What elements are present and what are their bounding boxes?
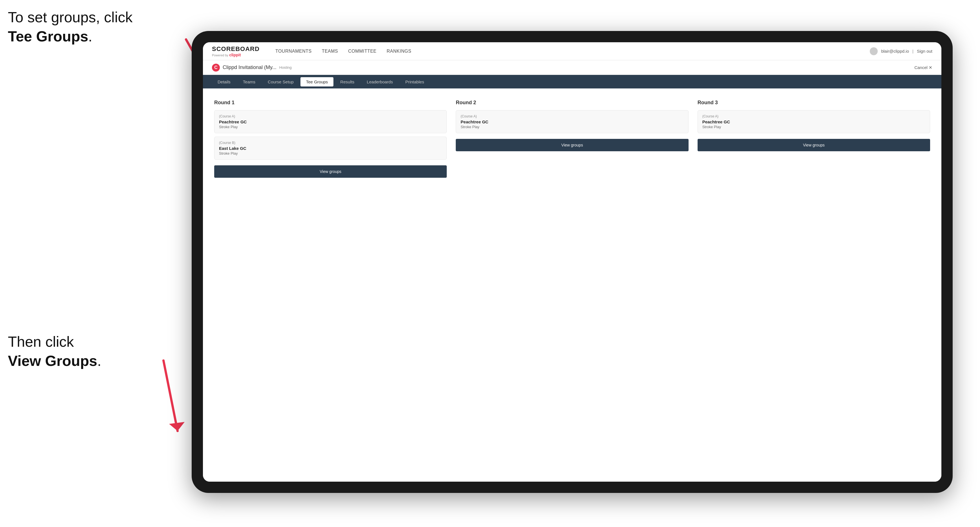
tournament-name: Clippd Invitational (My... xyxy=(223,65,277,70)
round-2-view-groups-button[interactable]: View groups xyxy=(456,139,688,151)
round-1-course-a-type: Stroke Play xyxy=(219,125,442,129)
tab-course-setup[interactable]: Course Setup xyxy=(262,77,299,86)
main-content: Round 1 (Course A) Peachtree GC Stroke P… xyxy=(203,89,942,482)
logo-text: SCOREBOARD xyxy=(212,45,259,53)
instruction-bottom: Then click View Groups. xyxy=(8,332,101,370)
cancel-button[interactable]: Cancel ✕ xyxy=(914,65,932,70)
round-2-column: Round 2 (Course A) Peachtree GC Stroke P… xyxy=(456,100,688,178)
round-1-column: Round 1 (Course A) Peachtree GC Stroke P… xyxy=(214,100,447,178)
round-3-column: Round 3 (Course A) Peachtree GC Stroke P… xyxy=(698,100,930,178)
round-2-course-a-label: (Course A) xyxy=(461,114,684,118)
sub-nav: Details Teams Course Setup Tee Groups Re… xyxy=(203,75,942,89)
tournament-title: C Clippd Invitational (My... Hosting xyxy=(212,63,292,71)
round-1-course-b: (Course B) East Lake GC Stroke Play xyxy=(214,137,447,160)
round-1-view-groups-button[interactable]: View groups xyxy=(214,165,447,178)
round-1-course-a: (Course A) Peachtree GC Stroke Play xyxy=(214,110,447,133)
nav-committee[interactable]: COMMITTEE xyxy=(348,49,377,54)
user-email: blair@clippd.io xyxy=(881,49,909,54)
tournament-c-icon: C xyxy=(212,63,220,71)
round-1-course-a-label: (Course A) xyxy=(219,114,442,118)
nav-tournaments[interactable]: TOURNAMENTS xyxy=(275,49,312,54)
rounds-grid: Round 1 (Course A) Peachtree GC Stroke P… xyxy=(214,100,930,178)
tablet-device: SCOREBOARD Powered by clippit TOURNAMENT… xyxy=(192,31,953,493)
tab-teams[interactable]: Teams xyxy=(237,77,261,86)
instruction-top-suffix: . xyxy=(88,28,92,44)
nav-rankings[interactable]: RANKINGS xyxy=(387,49,412,54)
nav-items: TOURNAMENTS TEAMS COMMITTEE RANKINGS xyxy=(275,49,859,54)
instruction-top-line1: To set groups, click xyxy=(8,9,132,25)
logo-c-letter: clippit xyxy=(229,53,241,57)
round-2-course-a-type: Stroke Play xyxy=(461,125,684,129)
tab-details[interactable]: Details xyxy=(212,77,236,86)
sign-out-link[interactable]: Sign out xyxy=(917,49,932,54)
logo-area: SCOREBOARD Powered by clippit xyxy=(212,45,259,57)
user-avatar xyxy=(870,47,878,55)
logo-sub: Powered by clippit xyxy=(212,53,259,57)
round-3-course-a-name: Peachtree GC xyxy=(702,119,925,124)
round-1-course-b-type: Stroke Play xyxy=(219,151,442,156)
instruction-bottom-line1: Then click xyxy=(8,333,74,350)
round-3-label: Round 3 xyxy=(698,100,930,106)
tablet-screen: SCOREBOARD Powered by clippit TOURNAMENT… xyxy=(203,42,942,482)
round-3-view-groups-button[interactable]: View groups xyxy=(698,139,930,151)
tab-results[interactable]: Results xyxy=(334,77,360,86)
round-2-course-a: (Course A) Peachtree GC Stroke Play xyxy=(456,110,688,133)
hosting-badge: Hosting xyxy=(279,65,292,70)
tab-tee-groups[interactable]: Tee Groups xyxy=(301,77,334,86)
logo-scoreboard: SCOREBOARD xyxy=(212,45,259,52)
instruction-bottom-bold: View Groups xyxy=(8,352,97,369)
svg-marker-3 xyxy=(169,422,185,431)
round-1-label: Round 1 xyxy=(214,100,447,106)
round-3-course-a-label: (Course A) xyxy=(702,114,925,118)
round-2-label: Round 2 xyxy=(456,100,688,106)
instruction-bottom-suffix: . xyxy=(97,352,101,369)
round-2-course-a-name: Peachtree GC xyxy=(461,119,684,124)
tab-leaderboards[interactable]: Leaderboards xyxy=(361,77,399,86)
round-1-course-b-label: (Course B) xyxy=(219,141,442,145)
svg-line-2 xyxy=(164,360,178,431)
instruction-top-bold: Tee Groups xyxy=(8,28,88,44)
instruction-top: To set groups, click Tee Groups. xyxy=(8,8,132,46)
round-1-course-a-name: Peachtree GC xyxy=(219,119,442,124)
tournament-bar: C Clippd Invitational (My... Hosting Can… xyxy=(203,60,942,75)
top-nav: SCOREBOARD Powered by clippit TOURNAMENT… xyxy=(203,42,942,60)
round-3-course-a: (Course A) Peachtree GC Stroke Play xyxy=(698,110,930,133)
nav-teams[interactable]: TEAMS xyxy=(322,49,338,54)
nav-right: blair@clippd.io | Sign out xyxy=(870,47,932,55)
round-1-course-b-name: East Lake GC xyxy=(219,146,442,151)
tab-printables[interactable]: Printables xyxy=(400,77,430,86)
round-3-course-a-type: Stroke Play xyxy=(702,125,925,129)
